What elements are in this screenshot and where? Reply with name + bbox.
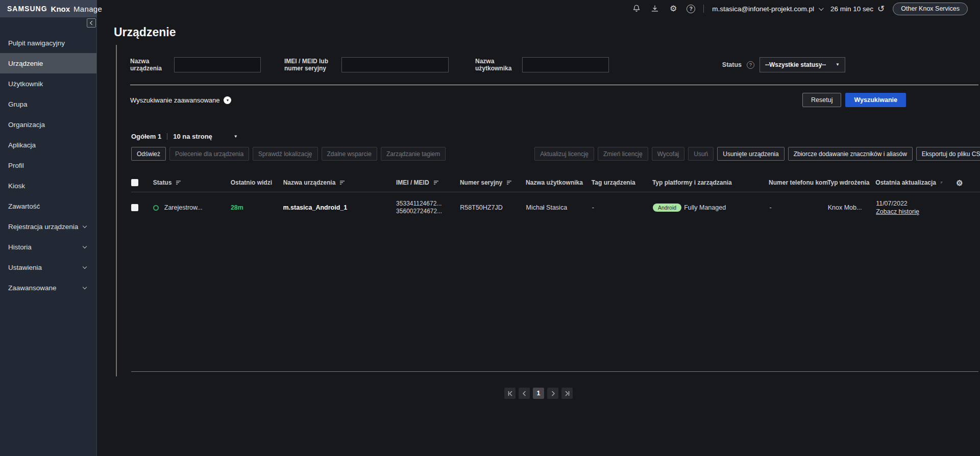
sidebar-item-zaawansowane[interactable]: Zaawansowane: [0, 277, 96, 298]
sidebar-item-uzytkownik[interactable]: Użytkownik: [0, 73, 96, 94]
toolbar-spacer: [449, 147, 531, 161]
page-title: Urządzenie: [114, 26, 176, 39]
sort-icon: [941, 180, 943, 185]
next-page-button[interactable]: [547, 388, 558, 399]
last-update-date: 11/07/2022: [876, 199, 919, 208]
account-menu[interactable]: m.stasica@infonet-projekt.com.pl: [712, 5, 822, 13]
other-knox-services-button[interactable]: Other Knox Services: [893, 3, 968, 15]
current-page-button[interactable]: 1: [533, 388, 544, 399]
caret-down-icon: ▼: [836, 63, 840, 67]
row-user: Michał Stasica: [526, 204, 592, 211]
column-label: Typ wdrożenia: [827, 179, 869, 186]
reset-button[interactable]: Resetuj: [802, 93, 841, 107]
search-button[interactable]: Wyszukiwanie: [845, 93, 906, 107]
column-status[interactable]: Status: [153, 179, 222, 186]
user-value: Michał Stasica: [526, 204, 568, 211]
row-tag: -: [592, 204, 653, 211]
status-filter-group: Status ? --Wszystkie statusy-- ▼: [722, 57, 845, 72]
table-header: Status Ostatnio widzi Nazwa urządzenia I…: [131, 173, 980, 192]
device-table: Status Ostatnio widzi Nazwa urządzenia I…: [131, 173, 980, 223]
download-icon[interactable]: [650, 4, 660, 14]
device-name-link[interactable]: m.stasica_Android_1: [283, 204, 347, 211]
sidebar-item-label: Historia: [8, 243, 32, 251]
delete-button: Usuń: [688, 147, 714, 161]
sidebar-item-zawartosc[interactable]: Zawartość: [0, 196, 96, 216]
column-device-name[interactable]: Nazwa urządzenia: [270, 179, 389, 186]
sidebar-collapse-button[interactable]: [87, 18, 96, 28]
sidebar-item-kiosk[interactable]: Kiosk: [0, 175, 96, 196]
serial-value: R58T50HZ7JD: [460, 204, 502, 211]
per-page-select[interactable]: 10 na stronę ▼: [173, 133, 238, 140]
column-user: Nazwa użytkownika: [526, 179, 592, 186]
chevron-left-icon: [90, 21, 94, 25]
sidebar-item-aplikacja[interactable]: Aplikacja: [0, 135, 96, 155]
row-imei: 353341124672... 356002724672...: [389, 200, 460, 215]
brand-samsung: SAMSUNG: [7, 5, 47, 13]
expand-circle-icon: ▼: [224, 96, 231, 104]
platform-value: Fully Managed: [684, 204, 726, 211]
device-name-input[interactable]: [174, 57, 261, 72]
column-last-seen: Ostatnio widzi: [222, 179, 270, 186]
column-settings-gear-icon[interactable]: ⚙: [956, 179, 963, 187]
row-last-seen: 28m: [222, 204, 270, 211]
table-bottom-border: [131, 371, 978, 372]
status-select[interactable]: --Wszystkie statusy-- ▼: [760, 57, 845, 72]
sidebar-item-pulpit-nawigacyjny[interactable]: Pulpit nawigacyjny: [0, 33, 96, 53]
row-device-name[interactable]: m.stasica_Android_1: [270, 204, 389, 211]
sidebar: Pulpit nawigacyjny Urządzenie Użytkownik…: [0, 17, 97, 456]
account-email: m.stasica@infonet-projekt.com.pl: [712, 5, 814, 13]
content-scrollbar[interactable]: [116, 45, 117, 376]
column-platform: Typ platformy i zarządzania: [652, 179, 769, 186]
export-csv-button[interactable]: Eksportuj do pliku CSV: [916, 147, 980, 161]
check-location-button: Sprawdź lokalizację: [253, 147, 317, 161]
sidebar-item-urzadzenie[interactable]: Urządzenie: [0, 53, 96, 73]
row-phone: -: [769, 204, 827, 211]
sidebar-item-label: Zawartość: [8, 202, 40, 210]
row-checkbox[interactable]: [131, 204, 138, 211]
deleted-devices-button[interactable]: Usunięte urządzenia: [717, 147, 784, 161]
bulk-tags-aliases-button[interactable]: Zbiorcze dodawanie znaczników i aliasów: [788, 147, 913, 161]
chevron-down-icon: [819, 6, 824, 11]
view-history-link[interactable]: Zobacz historię: [876, 208, 919, 216]
refresh-button[interactable]: Odśwież: [131, 147, 166, 161]
notifications-bell-icon[interactable]: [631, 4, 642, 14]
sidebar-item-rejestracja-urzadzenia[interactable]: Rejestracja urządzenia: [0, 216, 96, 237]
device-command-button: Polecenie dla urządzenia: [169, 147, 249, 161]
previous-page-button[interactable]: [519, 388, 530, 399]
chevron-down-icon: [83, 223, 87, 227]
chevron-down-icon: [83, 264, 87, 268]
select-all-checkbox[interactable]: [131, 179, 138, 186]
brand-logo[interactable]: SAMSUNG Knox Manage: [0, 0, 97, 17]
column-serial[interactable]: Numer seryjny: [460, 179, 526, 186]
sidebar-item-label: Urządzenie: [8, 60, 43, 67]
session-reset-icon[interactable]: ↺: [877, 5, 885, 13]
table-row: Zarejestrow... 28m m.stasica_Android_1 3…: [131, 192, 980, 223]
filter-divider: [130, 85, 978, 85]
status-text: Zarejestrow...: [164, 204, 203, 211]
status-help-icon[interactable]: ?: [747, 61, 754, 69]
search-actions: Resetuj Wyszukiwanie: [802, 93, 906, 107]
column-deployment: Typ wdrożenia: [827, 179, 875, 186]
sidebar-item-profil[interactable]: Profil: [0, 155, 96, 175]
last-page-button[interactable]: [561, 388, 573, 399]
sidebar-item-grupa[interactable]: Grupa: [0, 94, 96, 114]
column-imei[interactable]: IMEI / MEID: [389, 179, 460, 186]
imei-input[interactable]: [341, 57, 449, 72]
total-value: 1: [158, 133, 161, 140]
sidebar-item-organizacja[interactable]: Organizacja: [0, 114, 96, 135]
row-deployment: Knox Mob...: [828, 204, 876, 211]
brand-manage: Manage: [74, 5, 102, 13]
total-row: Ogółem 1 10 na stronę ▼: [131, 133, 238, 140]
advanced-search-toggle[interactable]: Wyszukiwanie zaawansowane ▼: [130, 96, 231, 104]
column-last-update[interactable]: Ostatnia aktualizacja: [875, 179, 947, 186]
row-last-update: 11/07/2022 Zobacz historię: [876, 199, 947, 216]
sidebar-item-ustawienia[interactable]: Ustawienia: [0, 257, 96, 277]
status-label: Status: [722, 61, 742, 68]
sidebar-item-historia[interactable]: Historia: [0, 237, 96, 257]
total-label: Ogółem: [131, 133, 156, 140]
first-page-button[interactable]: [504, 388, 516, 399]
session-timer: 26 min 10 sec ↺: [830, 5, 885, 13]
help-icon[interactable]: ?: [687, 5, 695, 13]
settings-gear-icon[interactable]: ⚙: [668, 4, 678, 14]
user-name-input[interactable]: [522, 57, 609, 72]
